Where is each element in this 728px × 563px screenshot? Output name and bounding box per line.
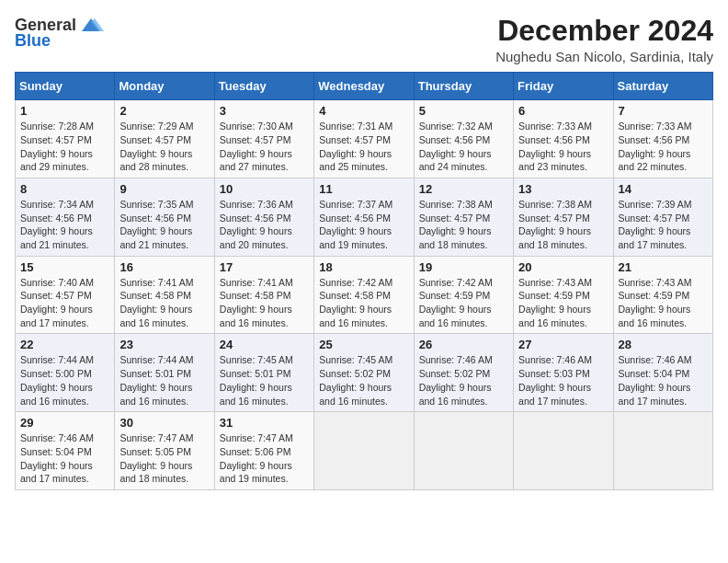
sunset: Sunset: 5:05 PM (119, 446, 191, 457)
sunset: Sunset: 5:01 PM (220, 368, 291, 379)
sunset: Sunset: 5:04 PM (20, 446, 92, 457)
logo: General Blue (15, 15, 104, 51)
day-info: Sunrise: 7:46 AM Sunset: 5:04 PM Dayligh… (20, 431, 109, 486)
daylight: Daylight: 9 hours and 17 minutes. (20, 304, 93, 328)
daylight: Daylight: 9 hours and 16 minutes. (419, 382, 492, 407)
day-info: Sunrise: 7:37 AM Sunset: 4:56 PM Dayligh… (319, 198, 408, 252)
sunset: Sunset: 4:59 PM (419, 290, 491, 301)
weekday-header: Thursday (414, 73, 513, 100)
sunset: Sunset: 4:57 PM (319, 134, 391, 145)
day-info: Sunrise: 7:42 AM Sunset: 4:58 PM Dayligh… (319, 276, 408, 330)
sunrise: Sunrise: 7:33 AM (518, 121, 592, 132)
day-info: Sunrise: 7:43 AM Sunset: 4:59 PM Dayligh… (619, 276, 708, 330)
daylight: Daylight: 9 hours and 16 minutes. (319, 382, 392, 407)
calendar-cell: 6 Sunrise: 7:33 AM Sunset: 4:56 PM Dayli… (514, 100, 613, 178)
calendar-cell: 4 Sunrise: 7:31 AM Sunset: 4:57 PM Dayli… (314, 100, 414, 178)
day-number: 1 (20, 104, 109, 118)
day-number: 22 (20, 338, 109, 351)
day-number: 14 (619, 182, 708, 196)
day-number: 13 (518, 182, 608, 196)
calendar-week-row: 29 Sunrise: 7:46 AM Sunset: 5:04 PM Dayl… (16, 412, 713, 490)
day-number: 10 (220, 182, 309, 196)
calendar-cell (414, 412, 513, 490)
calendar-cell: 22 Sunrise: 7:44 AM Sunset: 5:00 PM Dayl… (16, 334, 115, 412)
daylight: Daylight: 9 hours and 19 minutes. (220, 460, 292, 485)
day-info: Sunrise: 7:47 AM Sunset: 5:05 PM Dayligh… (119, 431, 209, 486)
sunset: Sunset: 4:56 PM (518, 134, 590, 145)
weekday-header-row: SundayMondayTuesdayWednesdayThursdayFrid… (16, 73, 713, 100)
day-info: Sunrise: 7:47 AM Sunset: 5:06 PM Dayligh… (220, 431, 309, 486)
daylight: Daylight: 9 hours and 16 minutes. (119, 382, 192, 407)
calendar-cell: 31 Sunrise: 7:47 AM Sunset: 5:06 PM Dayl… (214, 412, 313, 490)
daylight: Daylight: 9 hours and 18 minutes. (518, 225, 591, 250)
weekday-header: Sunday (16, 73, 115, 100)
weekday-header: Tuesday (214, 73, 313, 100)
day-number: 23 (119, 338, 209, 351)
calendar-cell: 9 Sunrise: 7:35 AM Sunset: 4:56 PM Dayli… (115, 178, 214, 256)
day-number: 9 (119, 182, 209, 196)
calendar-cell: 5 Sunrise: 7:32 AM Sunset: 4:56 PM Dayli… (414, 100, 513, 178)
daylight: Daylight: 9 hours and 16 minutes. (518, 304, 591, 328)
calendar-cell: 17 Sunrise: 7:41 AM Sunset: 4:58 PM Dayl… (214, 256, 313, 334)
day-info: Sunrise: 7:41 AM Sunset: 4:58 PM Dayligh… (119, 276, 209, 330)
calendar-cell (314, 412, 414, 490)
daylight: Daylight: 9 hours and 16 minutes. (220, 304, 292, 328)
day-info: Sunrise: 7:39 AM Sunset: 4:57 PM Dayligh… (619, 198, 708, 252)
sunrise: Sunrise: 7:42 AM (319, 277, 392, 288)
daylight: Daylight: 9 hours and 27 minutes. (220, 148, 292, 173)
daylight: Daylight: 9 hours and 17 minutes. (619, 225, 691, 250)
day-info: Sunrise: 7:32 AM Sunset: 4:56 PM Dayligh… (419, 120, 508, 174)
day-info: Sunrise: 7:38 AM Sunset: 4:57 PM Dayligh… (419, 198, 508, 252)
day-info: Sunrise: 7:30 AM Sunset: 4:57 PM Dayligh… (220, 120, 309, 174)
calendar-cell: 28 Sunrise: 7:46 AM Sunset: 5:04 PM Dayl… (613, 334, 712, 412)
sunrise: Sunrise: 7:35 AM (119, 199, 193, 210)
day-info: Sunrise: 7:43 AM Sunset: 4:59 PM Dayligh… (518, 276, 608, 330)
page-subtitle: Nughedu San Nicolo, Sardinia, Italy (495, 49, 713, 64)
sunrise: Sunrise: 7:45 AM (220, 354, 293, 365)
sunrise: Sunrise: 7:41 AM (119, 277, 193, 288)
calendar-cell: 23 Sunrise: 7:44 AM Sunset: 5:01 PM Dayl… (115, 334, 214, 412)
daylight: Daylight: 9 hours and 28 minutes. (119, 148, 192, 173)
calendar-cell: 21 Sunrise: 7:43 AM Sunset: 4:59 PM Dayl… (613, 256, 712, 334)
sunrise: Sunrise: 7:46 AM (619, 354, 692, 365)
weekday-header: Wednesday (314, 73, 414, 100)
day-number: 7 (619, 104, 708, 118)
day-info: Sunrise: 7:46 AM Sunset: 5:04 PM Dayligh… (619, 353, 708, 408)
calendar-cell: 16 Sunrise: 7:41 AM Sunset: 4:58 PM Dayl… (115, 256, 214, 334)
calendar: SundayMondayTuesdayWednesdayThursdayFrid… (15, 72, 713, 490)
day-info: Sunrise: 7:31 AM Sunset: 4:57 PM Dayligh… (319, 120, 408, 174)
sunrise: Sunrise: 7:36 AM (220, 199, 293, 210)
calendar-cell: 7 Sunrise: 7:33 AM Sunset: 4:56 PM Dayli… (613, 100, 712, 178)
calendar-week-row: 15 Sunrise: 7:40 AM Sunset: 4:57 PM Dayl… (16, 256, 713, 334)
sunrise: Sunrise: 7:33 AM (619, 121, 692, 132)
day-number: 3 (220, 104, 309, 118)
daylight: Daylight: 9 hours and 21 minutes. (20, 225, 93, 250)
calendar-cell: 1 Sunrise: 7:28 AM Sunset: 4:57 PM Dayli… (16, 100, 115, 178)
day-info: Sunrise: 7:44 AM Sunset: 5:00 PM Dayligh… (20, 353, 109, 408)
daylight: Daylight: 9 hours and 18 minutes. (419, 225, 492, 250)
sunset: Sunset: 4:57 PM (119, 134, 191, 145)
sunrise: Sunrise: 7:40 AM (20, 277, 94, 288)
calendar-cell: 12 Sunrise: 7:38 AM Sunset: 4:57 PM Dayl… (414, 178, 513, 256)
calendar-cell: 14 Sunrise: 7:39 AM Sunset: 4:57 PM Dayl… (613, 178, 712, 256)
sunset: Sunset: 5:04 PM (619, 368, 690, 379)
sunset: Sunset: 5:00 PM (20, 368, 92, 379)
sunset: Sunset: 4:56 PM (619, 134, 690, 145)
sunset: Sunset: 4:57 PM (20, 290, 92, 301)
sunrise: Sunrise: 7:42 AM (419, 277, 493, 288)
sunset: Sunset: 4:57 PM (20, 134, 92, 145)
day-info: Sunrise: 7:40 AM Sunset: 4:57 PM Dayligh… (20, 276, 109, 330)
day-number: 5 (419, 104, 508, 118)
daylight: Daylight: 9 hours and 17 minutes. (619, 382, 691, 407)
sunrise: Sunrise: 7:47 AM (220, 432, 293, 443)
sunset: Sunset: 4:59 PM (619, 290, 690, 301)
calendar-cell: 29 Sunrise: 7:46 AM Sunset: 5:04 PM Dayl… (16, 412, 115, 490)
calendar-cell: 20 Sunrise: 7:43 AM Sunset: 4:59 PM Dayl… (514, 256, 613, 334)
sunrise: Sunrise: 7:47 AM (119, 432, 193, 443)
day-number: 31 (220, 416, 309, 430)
day-number: 2 (119, 104, 209, 118)
day-number: 12 (419, 182, 508, 196)
calendar-week-row: 1 Sunrise: 7:28 AM Sunset: 4:57 PM Dayli… (16, 100, 713, 178)
sunrise: Sunrise: 7:46 AM (419, 354, 493, 365)
sunset: Sunset: 4:58 PM (220, 290, 291, 301)
